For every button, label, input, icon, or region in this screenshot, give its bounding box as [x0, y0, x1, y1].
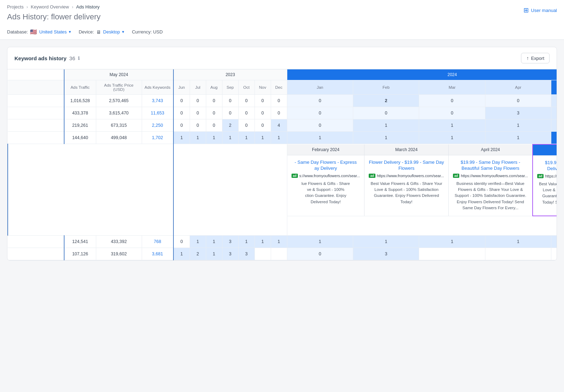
- jun-cell: 1: [173, 132, 190, 144]
- sep-cell: 3: [222, 236, 238, 248]
- may-ad-url: https://www.fromyouflowers.com/sear...: [545, 174, 557, 178]
- dec-cell: 1: [271, 236, 287, 248]
- mar-cell: 0: [419, 95, 485, 107]
- jul-cell: 2: [190, 248, 206, 260]
- nov-cell: 0: [255, 95, 271, 107]
- th-may: May: [551, 80, 557, 95]
- apr-cell: 1: [485, 119, 551, 132]
- feb-ad-title: - Same Day Flowers - Expressay Delivery: [292, 160, 360, 172]
- mar-ad-title: Flower Delivery - $19.99 - Same Day Flow…: [369, 160, 444, 172]
- user-manual-link[interactable]: ⊞ User manual: [523, 6, 557, 14]
- aug-cell: 1: [206, 236, 222, 248]
- mar-ad-body: Best Value Flowers & Gifts - Share Your …: [369, 181, 444, 205]
- jan-cell: 0: [287, 95, 353, 107]
- jun-cell: 0: [173, 119, 190, 132]
- mar-cell: 1: [419, 132, 485, 144]
- jun-cell: 0: [173, 236, 190, 248]
- card-title: Keyword ads history 36 ℹ: [14, 55, 80, 61]
- feb-cell: 2: [353, 95, 419, 107]
- jul-cell: 1: [190, 132, 206, 144]
- currency-display: Currency: USD: [132, 29, 163, 35]
- may-cell: 1: [551, 132, 557, 144]
- jan-cell: 0: [287, 119, 353, 132]
- keywords-cell[interactable]: 11,653: [142, 107, 173, 119]
- th-ads-traffic: Ads Traffic: [64, 80, 96, 95]
- sep-cell: 3: [222, 248, 238, 260]
- feb-ad-body-wrapper: lue Flowers & Gifts - Shareve & Support …: [292, 181, 360, 205]
- may-preview-header: May 2024: [533, 145, 557, 156]
- mar-cell: 1: [419, 236, 485, 248]
- price-cell: 319,602: [96, 248, 142, 260]
- ad-badge: ad: [369, 174, 375, 178]
- feb-ad-preview: - Same Day Flowers - Expressay Delivery …: [287, 155, 364, 209]
- table-row: 107,126 319,602 3,681 1 2 1 3 3 0 3: [8, 248, 557, 260]
- aug-cell: 1: [206, 132, 222, 144]
- keywords-cell[interactable]: 1,702: [142, 132, 173, 144]
- export-button[interactable]: ↑ Export: [521, 53, 550, 63]
- apr-cell: 1: [485, 236, 551, 248]
- jul-cell: 1: [190, 236, 206, 248]
- dec-cell: [271, 248, 287, 260]
- th-dec: Dec: [271, 80, 287, 95]
- feb-cell: 3: [353, 248, 419, 260]
- th-jul: Jul: [190, 80, 206, 95]
- traffic-cell: 1,016,528: [64, 95, 96, 107]
- oct-cell: 0: [238, 119, 255, 132]
- price-cell: 3,615,470: [96, 107, 142, 119]
- keywords-cell[interactable]: 768: [142, 236, 173, 248]
- dec-cell: 4: [271, 119, 287, 132]
- th-aug: Aug: [206, 80, 222, 95]
- breadcrumb-sep-1: ›: [26, 4, 28, 10]
- keywords-cell[interactable]: 2,250: [142, 119, 173, 132]
- nov-cell: 0: [255, 119, 271, 132]
- apr-ad-body: Business identity verified—Best Value Fl…: [453, 181, 528, 211]
- apr-cell: 0: [485, 95, 551, 107]
- page-title: Ads History: flower delivery: [7, 12, 100, 21]
- card-count: 36: [69, 55, 75, 61]
- device-select[interactable]: Desktop ▼: [103, 29, 125, 35]
- mar-ad-preview: Flower Delivery - $19.99 - Same Day Flow…: [364, 155, 448, 209]
- jul-cell: 0: [190, 119, 206, 132]
- feb-ad-body: lue Flowers & Gifts - Shareve & Support …: [292, 181, 360, 205]
- th-jun: Jun: [173, 80, 190, 95]
- th-feb: Feb: [353, 80, 419, 95]
- may-ad-title: $19.99 - Same Day Flowers - Delivery In …: [537, 160, 557, 172]
- th-ads-keywords: Ads Keywords: [142, 80, 173, 95]
- sep-cell: 1: [222, 132, 238, 144]
- apr-ad-body-wrapper: Business identity verified—Best Value Fl…: [453, 181, 528, 211]
- table-row: 1,016,528 2,570,465 3,743 0 0 0 0 0 0 0 …: [8, 95, 557, 107]
- domain-cell: [8, 119, 64, 132]
- breadcrumb-projects[interactable]: Projects: [7, 4, 24, 10]
- keywords-cell[interactable]: 3,681: [142, 248, 173, 260]
- th-mar: Mar: [419, 80, 485, 95]
- database-select[interactable]: United States ▼: [39, 29, 72, 35]
- nov-cell: 1: [255, 132, 271, 144]
- nov-cell: 1: [255, 236, 271, 248]
- ad-badge: ad: [292, 174, 298, 178]
- table-row: 144,640 499,048 1,702 1 1 1 1 1 1 1 1 1 …: [8, 132, 557, 144]
- may-cell: 2: [551, 107, 557, 119]
- table-row: 124,541 433,392 768 0 1 1 3 1 1 1 1 1 1 …: [8, 236, 557, 248]
- breadcrumb-keyword-overview[interactable]: Keyword Overview: [31, 4, 69, 10]
- feb-ad-url: s://www.fromyouflowers.com/sear...: [299, 174, 360, 178]
- info-icon[interactable]: ℹ: [78, 56, 80, 61]
- apr-ad-url: https://www.fromyouflowers.com/sear...: [461, 174, 528, 178]
- chevron-down-icon: ▼: [68, 30, 72, 34]
- th-apr: Apr: [485, 80, 551, 95]
- oct-cell: 1: [238, 132, 255, 144]
- export-label: Export: [531, 56, 544, 61]
- traffic-cell: 124,541: [64, 236, 96, 248]
- traffic-cell: 107,126: [64, 248, 96, 260]
- may-ad-body: Best Value Flowers & Gifts - Share Your …: [537, 181, 557, 211]
- mar-preview-header: March 2024: [364, 144, 448, 155]
- th-domain: [8, 80, 64, 95]
- card-title-text: Keyword ads history: [14, 55, 67, 61]
- mar-cell: 1: [419, 119, 485, 132]
- ad-preview-row: February 2024 - Same Day Flowers - Expre…: [8, 144, 557, 236]
- mar-ad-body-wrapper: Best Value Flowers & Gifts - Share Your …: [369, 181, 444, 205]
- th-nov: Nov: [255, 80, 271, 95]
- may-cell: 1: [551, 236, 557, 248]
- jul-cell: 0: [190, 95, 206, 107]
- keywords-cell[interactable]: 3,743: [142, 95, 173, 107]
- aug-cell: 0: [206, 119, 222, 132]
